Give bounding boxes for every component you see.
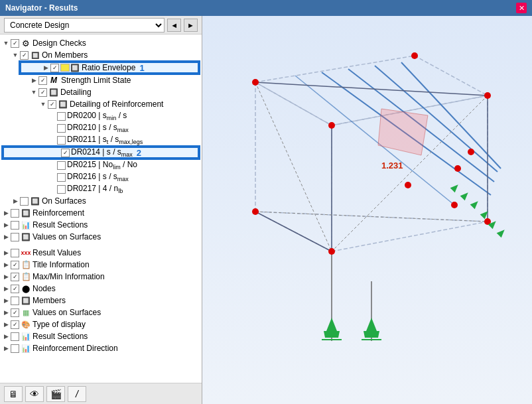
bottom-toolbar: 🖥 👁 🎬 /: [0, 383, 202, 404]
checkbox-result-sections2[interactable]: [11, 332, 19, 341]
line-button[interactable]: /: [68, 386, 86, 402]
tree-node-reinforcement[interactable]: ▶ 🔲 Reinforcement: [0, 207, 202, 219]
checkbox-strength-limit[interactable]: [38, 76, 47, 85]
svg-point-23: [411, 52, 418, 59]
svg-point-22: [328, 122, 335, 129]
checkbox-ratio-envelope[interactable]: [50, 64, 59, 72]
expand-strength-limit[interactable]: ▶: [29, 76, 38, 85]
tree-node-result-values[interactable]: ▶ xxx Result Values: [0, 247, 202, 259]
tree-node-dr0211[interactable]: DR0211 | st / smax,legs: [0, 134, 202, 146]
expand-result-sections[interactable]: ▶: [1, 220, 11, 230]
tree-node-design-checks[interactable]: ▼ ⚙ Design Checks: [0, 37, 202, 49]
checkbox-members[interactable]: [11, 297, 19, 305]
tree-node-dr0217[interactable]: DR0217 | 4 / nlb: [0, 183, 202, 195]
members-icon: 🔲: [21, 295, 31, 306]
forward-button[interactable]: ►: [184, 19, 198, 32]
left-panel: Concrete Design ◄ ► ▼ ⚙ Design Checks ▼ …: [0, 16, 202, 404]
expand-result-values[interactable]: ▶: [1, 248, 11, 257]
tree-node-result-sections[interactable]: ▶ 📊 Result Sections: [0, 219, 202, 231]
expand-reinf-direction[interactable]: ▶: [1, 344, 11, 353]
tree-node-dr0215[interactable]: DR0215 | Nolim / No: [0, 159, 202, 171]
tree-node-nodes[interactable]: ▶ ⬤ Nodes: [0, 283, 202, 295]
checkbox-detailing-reinf[interactable]: [48, 100, 56, 109]
result-values-icon: xxx: [21, 247, 31, 258]
label-design-checks: Design Checks: [33, 38, 86, 48]
label-result-values: Result Values: [33, 248, 81, 257]
back-button[interactable]: ◄: [167, 19, 181, 32]
tree-node-values-surfaces2[interactable]: ▶ ▦ Values on Surfaces: [0, 306, 202, 318]
camera-button[interactable]: 🎬: [46, 386, 65, 402]
checkbox-reinforcement[interactable]: [11, 209, 19, 218]
checkbox-nodes[interactable]: [11, 285, 19, 293]
close-button[interactable]: ✕: [516, 3, 527, 13]
expand-on-members[interactable]: ▼: [11, 50, 20, 60]
label-dr0216: DR0216 | s / smax: [67, 172, 129, 182]
checkbox-detailing[interactable]: [38, 88, 47, 97]
tree-node-title-information[interactable]: ▶ 📋 Title Information: [0, 259, 202, 271]
monitor-button[interactable]: 🖥: [4, 386, 23, 402]
expand-values-surfaces[interactable]: ▶: [1, 232, 11, 241]
design-dropdown[interactable]: Concrete Design: [4, 18, 165, 33]
checkbox-values-surfaces2[interactable]: [11, 308, 19, 317]
tree-node-members[interactable]: ▶ 🔲 Members: [0, 295, 202, 306]
tree-node-ratio-envelope[interactable]: ▶ 🔲 Ratio Envelope 1: [20, 62, 199, 74]
checkbox-result-values[interactable]: [11, 249, 19, 257]
checkbox-design-checks[interactable]: [11, 39, 19, 48]
expand-result-sections2[interactable]: ▶: [1, 332, 11, 341]
checkbox-dr0214[interactable]: [61, 149, 70, 157]
design-checks-icon: ⚙: [21, 38, 31, 48]
expand-ratio-envelope[interactable]: ▶: [41, 63, 50, 72]
expand-design-checks[interactable]: ▼: [1, 38, 11, 48]
expand-members[interactable]: ▶: [1, 296, 11, 305]
expand-reinforcement[interactable]: ▶: [1, 208, 11, 218]
tree-node-on-surfaces[interactable]: ▶ 🔲 On Surfaces: [0, 195, 202, 207]
checkbox-values-surfaces[interactable]: [11, 233, 19, 241]
checkbox-reinf-direction[interactable]: [11, 344, 19, 353]
checkbox-dr0216[interactable]: [57, 173, 66, 182]
tree-node-values-surfaces[interactable]: ▶ 🔲 Values on Surfaces: [0, 231, 202, 243]
tree-node-result-sections2[interactable]: ▶ 📊 Result Sections: [0, 330, 202, 342]
tree-node-detailing-reinf[interactable]: ▼ 🔲 Detailing of Reinforcement: [0, 98, 202, 110]
reinf-direction-icon: 📊: [21, 343, 31, 354]
tree-node-maxmin-information[interactable]: ▶ 📋 Max/Min Information: [0, 271, 202, 283]
checkbox-dr0217[interactable]: [57, 185, 66, 194]
expand-values-surfaces2[interactable]: ▶: [1, 308, 11, 317]
type-display-icon: 🎨: [21, 319, 31, 330]
checkbox-on-members[interactable]: [20, 51, 29, 60]
expand-maxmin-info[interactable]: ▶: [1, 272, 11, 281]
checkbox-maxmin-info[interactable]: [11, 273, 19, 281]
tree-node-type-display[interactable]: ▶ 🎨 Type of display: [0, 318, 202, 330]
checkbox-on-surfaces[interactable]: [20, 197, 29, 206]
expand-nodes[interactable]: ▶: [1, 284, 11, 293]
checkbox-type-display[interactable]: [11, 320, 19, 329]
checkbox-title-info[interactable]: [11, 261, 19, 269]
view-button[interactable]: 👁: [25, 386, 44, 402]
tree-node-dr0214[interactable]: DR0214 | s / smax 2: [3, 147, 199, 159]
label-title-information: Title Information: [33, 260, 90, 269]
tree-node-detailing[interactable]: ▼ 🔲 Detailing: [0, 86, 202, 98]
label-type-display: Type of display: [33, 320, 86, 329]
label-dr0217: DR0217 | 4 / nlb: [67, 184, 123, 194]
label-dr0214: DR0214 | s / smax: [71, 147, 133, 158]
strength-limit-icon: M: [48, 75, 59, 86]
checkbox-dr0215[interactable]: [57, 161, 66, 170]
tree-node-dr0200[interactable]: DR0200 | smin / s: [0, 110, 202, 122]
expand-detailing-reinf[interactable]: ▼: [38, 100, 48, 109]
checkbox-dr0211[interactable]: [57, 136, 66, 145]
svg-point-29: [454, 165, 461, 172]
checkbox-dr0210[interactable]: [57, 124, 66, 133]
expand-on-surfaces[interactable]: ▶: [11, 196, 20, 206]
checkbox-result-sections[interactable]: [11, 221, 19, 230]
tree-node-on-members[interactable]: ▼ 🔲 On Members: [0, 49, 202, 61]
tree-node-strength-limit[interactable]: ▶ M Strength Limit State: [0, 74, 202, 86]
expand-title-info[interactable]: ▶: [1, 260, 11, 269]
tree-node-dr0210[interactable]: DR0210 | s / smax: [0, 122, 202, 134]
on-surfaces-icon: 🔲: [30, 196, 40, 206]
tree-node-dr0216[interactable]: DR0216 | s / smax: [0, 171, 202, 183]
tree-node-reinf-direction[interactable]: ▶ 📊 Reinforcement Direction: [0, 342, 202, 354]
expand-type-display[interactable]: ▶: [1, 320, 11, 329]
right-panel: 1.231: [202, 16, 532, 404]
expand-detailing[interactable]: ▼: [29, 88, 38, 97]
label-dr0200: DR0200 | smin / s: [67, 111, 127, 121]
checkbox-dr0200[interactable]: [57, 112, 66, 121]
